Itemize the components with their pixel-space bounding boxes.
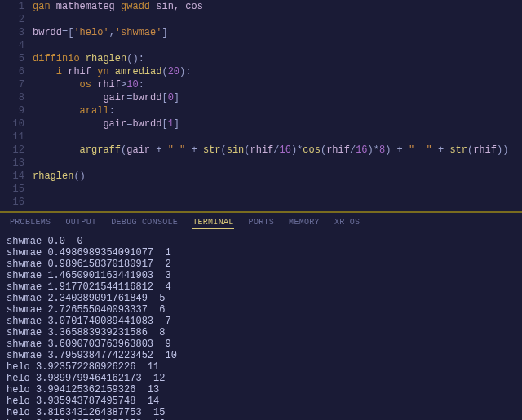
panel-tab-memory[interactable]: MEMORY (289, 218, 320, 229)
panel-tab-output[interactable]: OUTPUT (65, 218, 96, 229)
panel-tab-terminal[interactable]: TERMINAL (192, 218, 233, 229)
line-number: 6 (0, 65, 33, 78)
line-number: 8 (0, 91, 33, 104)
code-content[interactable]: gan mathemateg gwadd sin, cos (33, 0, 203, 13)
terminal-line: helo 3.9899799464162173 12 (7, 373, 515, 384)
code-editor[interactable]: 1gan mathemateg gwadd sin, cos23bwrdd=['… (0, 0, 522, 208)
terminal-line: shwmae 0.0 0 (7, 236, 515, 247)
terminal-line: shwmae 3.0701740089441083 7 (7, 316, 515, 327)
code-content[interactable]: bwrdd=['helo','shwmae'] (33, 26, 168, 39)
panel-tab-ports[interactable]: PORTS (249, 218, 275, 229)
terminal-line: shwmae 0.9896158370180917 2 (7, 259, 515, 270)
code-line[interactable]: 8 gair=bwrdd[0] (0, 91, 522, 104)
code-line[interactable]: 10 gair=bwrdd[1] (0, 117, 522, 130)
code-line[interactable]: 13 (0, 157, 522, 170)
line-number: 1 (0, 0, 33, 13)
terminal-line: helo 3.923572280926226 11 (7, 361, 515, 373)
panel-tab-bar: PROBLEMSOUTPUTDEBUG CONSOLETERMINALPORTS… (0, 213, 522, 232)
code-line[interactable]: 9 arall: (0, 104, 522, 117)
code-content[interactable]: argraff(gair + " " + str(sin(rhif/16)*co… (33, 144, 508, 157)
code-line[interactable]: 15 (0, 183, 522, 196)
panel-tab-problems[interactable]: PROBLEMS (10, 218, 51, 229)
code-content[interactable]: rhaglen() (33, 170, 86, 183)
line-number: 14 (0, 170, 33, 183)
terminal-line: shwmae 2.340389091761849 5 (7, 293, 515, 304)
code-line[interactable]: 5diffinio rhaglen(): (0, 52, 522, 65)
line-number: 9 (0, 104, 33, 117)
line-number: 12 (0, 144, 33, 157)
terminal-line: shwmae 0.4986989354091077 1 (7, 247, 515, 259)
terminal-line: shwmae 2.726555040093337 6 (7, 304, 515, 316)
code-content[interactable]: os rhif>10: (33, 78, 144, 91)
code-line[interactable]: 11 (0, 130, 522, 144)
line-number: 7 (0, 78, 33, 91)
code-content[interactable]: gair=bwrdd[0] (33, 91, 179, 104)
terminal-line: shwmae 1.4650901163441903 3 (7, 270, 515, 281)
panel-tab-debug-console[interactable]: DEBUG CONSOLE (111, 218, 178, 229)
code-line[interactable]: 14rhaglen() (0, 170, 522, 183)
panel-tab-xrtos[interactable]: XRTOS (334, 218, 361, 229)
code-line[interactable]: 4 (0, 39, 522, 52)
terminal-line: helo 3.8163431264387753 15 (7, 407, 515, 418)
code-content[interactable]: diffinio rhaglen(): (33, 52, 144, 65)
terminal-line: shwmae 3.6090703763963803 9 (7, 338, 515, 350)
terminal-output[interactable]: shwmae 0.0 0shwmae 0.4986989354091077 1s… (0, 232, 522, 420)
line-number: 11 (0, 130, 33, 144)
terminal-line: helo 3.935943787495748 14 (7, 396, 515, 407)
line-number: 4 (0, 39, 33, 52)
code-line[interactable]: 7 os rhif>10: (0, 78, 522, 91)
line-number: 3 (0, 26, 33, 39)
code-line[interactable]: 3bwrdd=['helo','shwmae'] (0, 26, 522, 39)
line-number: 13 (0, 157, 33, 170)
code-line[interactable]: 1gan mathemateg gwadd sin, cos (0, 0, 522, 13)
code-content[interactable]: arall: (33, 104, 115, 117)
code-content[interactable]: i rhif yn amrediad(20): (33, 65, 191, 78)
line-number: 16 (0, 196, 33, 208)
code-line[interactable]: 12 argraff(gair + " " + str(sin(rhif/16)… (0, 144, 522, 157)
line-number: 15 (0, 183, 33, 196)
terminal-line: shwmae 3.7959384774223452 10 (7, 350, 515, 361)
line-number: 2 (0, 13, 33, 26)
terminal-line: shwmae 1.9177021544116812 4 (7, 281, 515, 293)
terminal-line: shwmae 3.365883939231586 8 (7, 327, 515, 338)
code-content[interactable]: gair=bwrdd[1] (33, 117, 179, 130)
terminal-line: helo 3.994125362159326 13 (7, 384, 515, 396)
code-line[interactable]: 2 (0, 13, 522, 26)
line-number: 10 (0, 117, 33, 130)
line-number: 5 (0, 52, 33, 65)
code-line[interactable]: 6 i rhif yn amrediad(20): (0, 65, 522, 78)
code-line[interactable]: 16 (0, 196, 522, 208)
